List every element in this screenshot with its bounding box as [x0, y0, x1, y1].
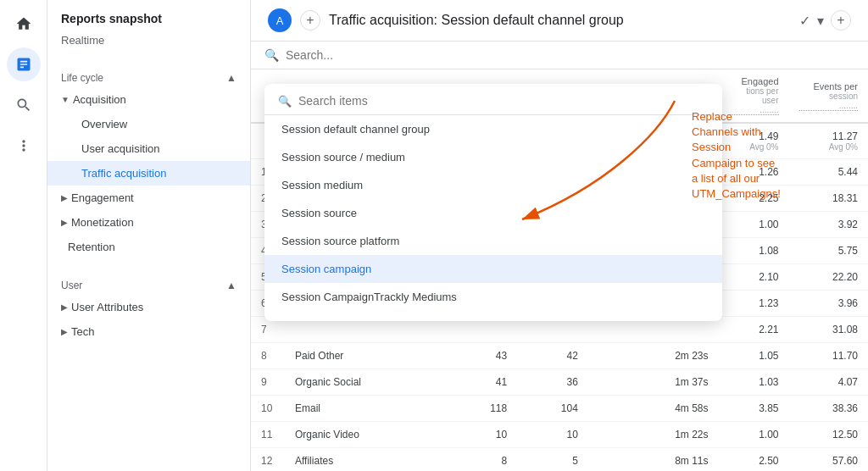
row-num: 10: [251, 396, 285, 422]
row-duration: 2m 23s: [588, 343, 719, 369]
row-events: 11.70: [789, 343, 868, 369]
dimension-dropdown: 🔍 Session default channel groupSession s…: [264, 84, 722, 321]
row-events: 12.50: [789, 422, 868, 448]
sidebar: Reports snapshot Realtime Life cycle ▲ ▼…: [47, 0, 251, 471]
row-num: 9: [251, 369, 285, 396]
row-engaged: 2.50: [719, 448, 789, 472]
row-duration: 4m 58s: [588, 396, 719, 422]
dropdown-item[interactable]: Session source: [264, 199, 722, 227]
row-events: 31.08: [789, 317, 868, 343]
row-duration: 8m 11s: [588, 448, 719, 472]
search-bar: 🔍: [251, 42, 868, 69]
row-engaged: 1.03: [719, 369, 789, 396]
monetization-group[interactable]: ▶ Monetization: [47, 210, 250, 235]
row-sessions: 42: [517, 343, 588, 369]
home-icon[interactable]: [7, 7, 41, 41]
row-events: 38.36: [789, 396, 868, 422]
row-sessions: 5: [517, 448, 588, 472]
row-num: 11: [251, 422, 285, 448]
row-engaged: 1.00: [719, 212, 789, 238]
dropdown-item[interactable]: Session campaign: [264, 255, 722, 283]
row-duration: 1m 22s: [588, 422, 719, 448]
user-section[interactable]: User ▲: [47, 269, 250, 295]
chevron-down-icon: ▼: [61, 95, 70, 104]
title-actions: ✓ ▾ +: [799, 10, 851, 30]
analytics-icon[interactable]: [7, 47, 41, 81]
row-engaged: 1.23: [719, 291, 789, 317]
top-bar: A + Traffic acquisition: Session default…: [251, 0, 868, 42]
chevron-up-icon2: ▲: [226, 280, 236, 291]
row-sessions: 104: [517, 396, 588, 422]
dropdown-item[interactable]: Session default channel group: [264, 115, 722, 143]
check-circle-icon[interactable]: ✓: [799, 13, 810, 29]
row-users: 43: [463, 343, 517, 369]
row-events: 5.44: [789, 159, 868, 186]
acquisition-group[interactable]: ▼ Acquisition: [47, 87, 250, 112]
realtime-link[interactable]: Realtime: [47, 29, 250, 52]
row-events: 18.31: [789, 186, 868, 212]
row-events: 57.60: [789, 448, 868, 472]
row-events: 3.92: [789, 212, 868, 238]
row-num: 12: [251, 448, 285, 472]
th-events: Events per session ........: [789, 69, 868, 123]
sidebar-item-retention[interactable]: Retention: [47, 235, 250, 259]
search-input[interactable]: [286, 48, 455, 62]
row-events: 22.20: [789, 264, 868, 291]
table-row: 8 Paid Other 43 42 2m 23s 1.05 11.70: [251, 343, 868, 369]
tech-group[interactable]: ▶ Tech: [47, 319, 250, 344]
row-channel: Organic Video: [285, 422, 463, 448]
chevron-right-icon4: ▶: [61, 327, 68, 336]
row-engaged: 1.08: [719, 238, 789, 264]
dropdown-item[interactable]: Session source platform: [264, 227, 722, 255]
table-row: 12 Affiliates 8 5 8m 11s 2.50 57.60: [251, 448, 868, 472]
chevron-right-icon3: ▶: [61, 302, 68, 312]
total-events: 11.27 Avg 0%: [789, 123, 868, 159]
settings-nav-icon[interactable]: [7, 129, 41, 163]
sidebar-item-user-acquisition[interactable]: User acquisition: [47, 136, 250, 161]
dropdown-item[interactable]: Session source / medium: [264, 143, 722, 171]
total-engaged: 1.49 Avg 0%: [719, 123, 789, 159]
dropdown-arrow-icon[interactable]: ▾: [817, 13, 824, 29]
user-attributes-group[interactable]: ▶ User Attributes: [47, 295, 250, 319]
row-users: 10: [463, 422, 517, 448]
row-engaged: 2.21: [719, 317, 789, 343]
table-row: 10 Email 118 104 4m 58s 3.85 38.36: [251, 396, 868, 422]
row-channel: Affiliates: [285, 448, 463, 472]
add-view-button[interactable]: +: [831, 10, 851, 30]
th-engaged: Engaged tions per user ........: [719, 69, 789, 123]
row-channel: Email: [285, 396, 463, 422]
row-channel: Paid Other: [285, 343, 463, 369]
search-icon: 🔍: [264, 48, 279, 62]
row-duration: 1m 37s: [588, 369, 719, 396]
main-content: A + Traffic acquisition: Session default…: [251, 0, 868, 471]
chevron-right-icon2: ▶: [61, 218, 68, 227]
table-row: 11 Organic Video 10 10 1m 22s 1.00 12.50: [251, 422, 868, 448]
sidebar-item-overview[interactable]: Overview: [47, 112, 250, 136]
row-users: 118: [463, 396, 517, 422]
row-sessions: 10: [517, 422, 588, 448]
row-events: 3.96: [789, 291, 868, 317]
engagement-group[interactable]: ▶ Engagement: [47, 186, 250, 210]
lifecycle-section[interactable]: Life cycle ▲: [47, 62, 250, 87]
avatar: A: [268, 8, 292, 32]
row-events: 4.07: [789, 369, 868, 396]
row-sessions: 36: [517, 369, 588, 396]
dropdown-search-icon: 🔍: [278, 95, 292, 108]
sidebar-item-traffic-acquisition[interactable]: Traffic acquisition: [47, 161, 250, 186]
row-engaged: 1.05: [719, 343, 789, 369]
table-container: 🔍 Session default channel group Users Se…: [251, 42, 868, 471]
chevron-up-icon: ▲: [226, 72, 236, 84]
row-users: 41: [463, 369, 517, 396]
dropdown-item[interactable]: Session CampaignTrackly Mediums: [264, 283, 722, 311]
icon-bar: [0, 0, 47, 471]
chevron-right-icon: ▶: [61, 193, 68, 202]
dropdown-search-bar: 🔍: [264, 84, 722, 115]
add-comparison-button[interactable]: +: [300, 10, 320, 30]
dropdown-item[interactable]: Session medium: [264, 171, 722, 199]
row-channel: Organic Social: [285, 369, 463, 396]
row-engaged: 2.25: [719, 186, 789, 212]
row-engaged: 1.26: [719, 159, 789, 186]
search-nav-icon[interactable]: [7, 88, 41, 122]
app-title: Reports snapshot: [47, 0, 250, 29]
dropdown-search-input[interactable]: [298, 94, 709, 108]
